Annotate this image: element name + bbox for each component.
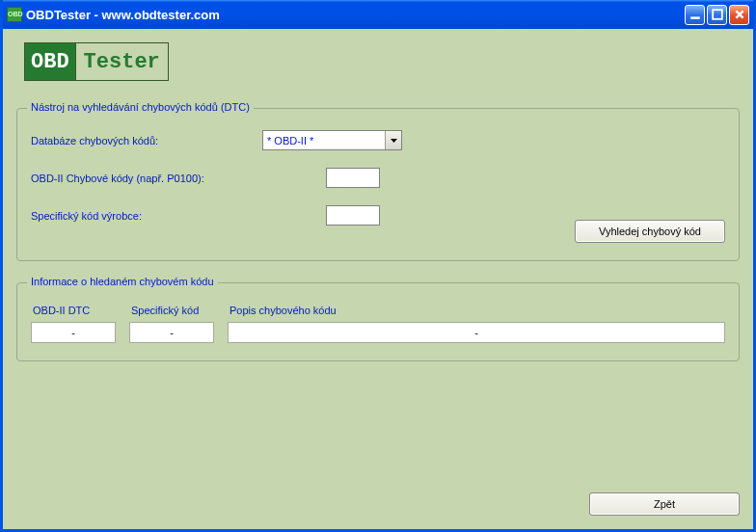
- close-button[interactable]: [729, 5, 749, 25]
- app-window: OBD OBDTester - www.obdtester.com OBD Te…: [0, 0, 756, 532]
- logo-left: OBD: [25, 43, 75, 80]
- label-obd2-code: OBD-II Chybové kódy (např. P0100):: [31, 173, 262, 184]
- database-combo[interactable]: * OBD-II *: [262, 130, 402, 150]
- client-area: OBD Tester Nástroj na vyhledávání chybov…: [3, 29, 753, 529]
- col-obd2-dtc-label: OBD-II DTC: [31, 305, 116, 316]
- dtc-search-group: Nástroj na vyhledávání chybových kódů (D…: [16, 108, 740, 261]
- obd2-code-input[interactable]: [326, 168, 380, 188]
- database-combo-value: * OBD-II *: [263, 135, 385, 146]
- col-specific-label: Specifický kód: [129, 305, 214, 316]
- window-controls: [685, 5, 749, 25]
- app-icon: OBD: [7, 7, 22, 22]
- specific-code-input[interactable]: [326, 205, 380, 226]
- dtc-search-legend: Nástroj na vyhledávání chybových kódů (D…: [27, 101, 254, 113]
- col-description-label: Popis chybového kódu: [228, 305, 725, 316]
- dtc-info-legend: Informace o hledaném chybovém kódu: [27, 276, 218, 287]
- logo-right: Tester: [75, 43, 168, 80]
- dtc-info-group: Informace o hledaném chybovém kódu OBD-I…: [16, 282, 740, 361]
- svg-rect-0: [690, 16, 700, 18]
- label-specific-code: Specifický kód výrobce:: [31, 210, 262, 222]
- col-specific: Specifický kód -: [129, 305, 214, 343]
- maximize-icon: [712, 9, 723, 20]
- col-obd2-dtc-value: -: [31, 322, 116, 343]
- titlebar[interactable]: OBD OBDTester - www.obdtester.com: [3, 0, 753, 29]
- col-specific-value: -: [129, 322, 214, 343]
- back-button[interactable]: Zpět: [589, 492, 740, 516]
- col-description: Popis chybového kódu -: [228, 305, 725, 343]
- chevron-down-icon[interactable]: [385, 131, 401, 149]
- window-title: OBDTester - www.obdtester.com: [26, 8, 685, 22]
- minimize-icon: [689, 9, 701, 20]
- close-icon: [734, 9, 745, 20]
- lookup-button[interactable]: Vyhledej chybový kód: [575, 220, 725, 243]
- minimize-button[interactable]: [685, 5, 705, 25]
- svg-rect-1: [713, 10, 722, 19]
- maximize-button[interactable]: [707, 5, 727, 25]
- app-logo: OBD Tester: [24, 42, 169, 81]
- col-description-value: -: [228, 322, 725, 343]
- col-obd2-dtc: OBD-II DTC -: [31, 305, 116, 343]
- label-database: Databáze chybových kódů:: [31, 135, 262, 146]
